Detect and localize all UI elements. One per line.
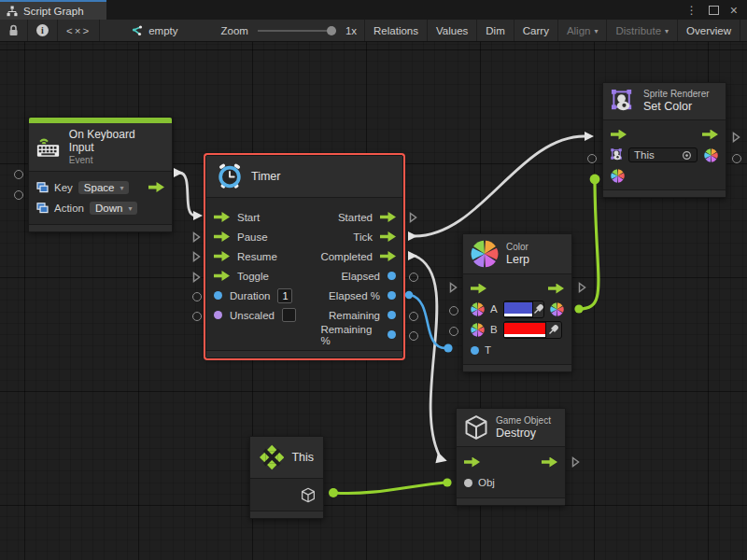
timer-icon [216, 162, 244, 190]
target-picker-icon[interactable] [682, 150, 692, 161]
port-elapsed-ext[interactable] [409, 273, 418, 282]
keyboard-event-icon [36, 135, 62, 158]
code-icon: <×> [66, 25, 91, 36]
node-on-keyboard-input[interactable]: On Keyboard Input Event Key Space ▾ [28, 117, 173, 232]
action-port-label: Action [54, 203, 84, 214]
color-a-field[interactable] [503, 301, 544, 318]
port-flow-out[interactable] [702, 130, 718, 140]
maximize-icon[interactable] [709, 6, 719, 15]
dim-button[interactable]: Dim [476, 20, 513, 41]
port-remaining-pct-out[interactable] [388, 330, 396, 339]
target-field[interactable]: This [628, 147, 698, 162]
align-button[interactable]: Align ▾ [557, 20, 607, 41]
relations-button[interactable]: Relations [364, 20, 427, 41]
port-elapsed-pct-out[interactable] [388, 291, 396, 300]
port-remaining-pct-ext[interactable] [409, 331, 418, 341]
port-t-in[interactable] [471, 346, 479, 355]
enum-icon [36, 182, 49, 193]
port-started-out[interactable] [380, 212, 396, 222]
tab-script-graph[interactable]: Script Graph [0, 0, 106, 20]
port-obj-in[interactable] [464, 479, 472, 487]
fullscreen-button[interactable]: Full Screen [740, 20, 747, 41]
port-resume-in[interactable] [214, 251, 230, 261]
port-b-ext[interactable] [449, 327, 458, 336]
self-icon [260, 444, 284, 470]
port-toggle-ext[interactable] [192, 272, 201, 283]
node-destroy[interactable]: Game Object Destroy Obj [456, 408, 566, 506]
color-a-swatch[interactable] [504, 302, 532, 316]
zoom-slider-handle[interactable] [327, 26, 336, 35]
node-title: Timer [251, 170, 280, 183]
port-a-ext[interactable] [449, 306, 458, 315]
node-this[interactable]: This [249, 436, 324, 519]
port-color-out[interactable] [550, 302, 564, 316]
port-flow-in-ext[interactable] [449, 282, 458, 293]
port-renderer-ext[interactable] [732, 154, 741, 163]
port-flow-out[interactable] [542, 457, 557, 468]
color-b-field[interactable] [503, 321, 562, 339]
port-pause-ext[interactable] [192, 231, 201, 243]
game-object-port-icon[interactable] [301, 487, 316, 503]
node-color-lerp[interactable]: Color Lerp A B [462, 233, 572, 372]
port-flow-out-ext[interactable] [578, 282, 586, 293]
close-icon[interactable]: × [730, 4, 738, 17]
node-title: This [291, 451, 314, 464]
port-unscaled-in[interactable] [214, 311, 222, 319]
action-dropdown[interactable]: Down ▾ [90, 202, 137, 215]
code-view-button[interactable]: <×> [58, 20, 100, 41]
zoom-slider[interactable] [258, 30, 336, 32]
duration-value-field[interactable]: 1 [277, 288, 292, 303]
port-remaining-out[interactable] [388, 311, 396, 319]
overview-button[interactable]: Overview [677, 20, 740, 41]
title-bar: Script Graph ⋮ × [0, 0, 747, 20]
port-resume-ext[interactable] [192, 251, 201, 262]
lock-button[interactable] [0, 20, 28, 41]
node-footer [603, 189, 726, 197]
node-footer [463, 364, 571, 371]
node-subtitle: Event [69, 155, 162, 165]
port-completed-out[interactable] [380, 251, 396, 261]
node-header: On Keyboard Input Event [29, 123, 172, 172]
port-started-ext[interactable] [409, 212, 417, 223]
port-renderer-out[interactable] [704, 148, 718, 162]
port-target-ext[interactable] [587, 154, 597, 163]
key-dropdown[interactable]: Space ▾ [78, 181, 130, 194]
port-unscaled-ext[interactable] [192, 312, 202, 321]
port-flow-out-ext[interactable] [571, 456, 580, 468]
port-trigger-out[interactable] [148, 182, 164, 192]
port-remaining-ext[interactable] [409, 312, 418, 321]
color-b-swatch[interactable] [504, 323, 545, 337]
port-flow-out-ext[interactable] [732, 132, 740, 143]
node-timer[interactable]: Timer Start Pause Resume Toggle Duration… [205, 155, 403, 358]
port-flow-in[interactable] [611, 130, 627, 140]
node-header: This [250, 437, 323, 479]
sprite-renderer-port-icon[interactable] [611, 148, 624, 161]
port-pause-in[interactable] [214, 231, 230, 242]
info-button[interactable]: i [28, 20, 58, 41]
eyedropper-icon[interactable] [532, 301, 543, 317]
color-port-icon[interactable] [471, 302, 485, 316]
color-port-icon[interactable] [471, 323, 485, 337]
port-color-in[interactable] [611, 169, 625, 183]
port-duration-ext[interactable] [192, 292, 202, 301]
unscaled-checkbox[interactable] [282, 308, 296, 322]
node-header: Sprite Renderer Set Color [603, 83, 726, 120]
port-key-in[interactable] [14, 170, 23, 179]
port-action-in[interactable] [14, 190, 23, 200]
port-duration-in[interactable] [214, 291, 222, 300]
port-start-in[interactable] [214, 212, 230, 222]
port-flow-in[interactable] [471, 284, 486, 294]
port-elapsed-out[interactable] [388, 272, 396, 280]
distribute-button[interactable]: Distribute ▾ [606, 20, 677, 41]
zoom-label: Zoom [220, 25, 247, 36]
node-set-color[interactable]: Sprite Renderer Set Color This [602, 82, 726, 198]
values-button[interactable]: Values [427, 20, 476, 41]
port-flow-in[interactable] [464, 457, 480, 468]
port-flow-out[interactable] [548, 284, 564, 294]
eyedropper-icon[interactable] [545, 322, 561, 338]
port-tick-out[interactable] [380, 231, 396, 242]
window-menu-icon[interactable]: ⋮ [686, 5, 698, 16]
carry-button[interactable]: Carry [514, 20, 557, 41]
graph-reference[interactable]: empty [122, 20, 185, 41]
port-toggle-in[interactable] [214, 271, 230, 281]
